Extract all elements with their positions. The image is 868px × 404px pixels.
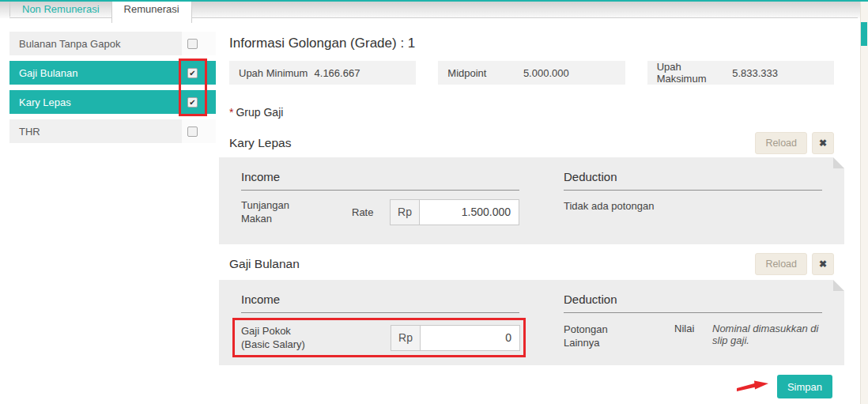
nilai-label: Nilai <box>674 323 712 349</box>
sidebar-item-checkbox-cell <box>182 32 216 55</box>
close-icon[interactable]: ✖ <box>812 132 834 154</box>
income-row-tunjangan-makan: Tunjangan Makan Rate Rp <box>241 198 542 225</box>
panel-gaji-bulanan: Income Gaji Pokok (Basic Salary) Rp Dedu… <box>219 280 844 365</box>
sidebar-item-label: Kary Lepas <box>9 90 182 114</box>
amount-input-group: Rp <box>391 325 520 351</box>
footer-actions: Simpan <box>219 375 832 398</box>
section-title: Gaji Bulanan <box>229 257 300 271</box>
deduction-item-label-line2: Lainnya <box>564 336 674 349</box>
amount-input-group: Rp <box>390 199 519 225</box>
sidebar-item-label: Gaji Bulanan <box>9 61 182 85</box>
grade-info-row: Upah Minimum 4.166.667 Midpoint 5.000.00… <box>229 61 834 85</box>
save-button[interactable]: Simpan <box>777 375 832 398</box>
info-label: Midpoint <box>447 67 523 79</box>
deduction-column: Deduction Tidak ada potongan <box>542 157 844 244</box>
info-value: 5.000.000 <box>523 67 569 79</box>
income-column: Income Gaji Pokok (Basic Salary) Rp <box>219 280 542 365</box>
income-item-label: Tunjangan Makan <box>241 198 352 225</box>
info-value: 5.833.333 <box>732 67 778 79</box>
section-title: Kary Lepas <box>229 136 291 150</box>
info-label: Upah Minimum <box>239 67 315 79</box>
required-asterisk: * <box>229 106 233 119</box>
checkbox-unchecked[interactable] <box>187 39 198 49</box>
deduction-heading: Deduction <box>564 293 822 313</box>
salary-group-sidebar: Bulanan Tanpa Gapok Gaji Bulanan ✔ Kary … <box>9 32 216 149</box>
main-content: Informasi Golongan (Grade) : 1 Upah Mini… <box>219 32 844 398</box>
gaji-pokok-amount-input[interactable] <box>420 325 520 351</box>
income-row-gaji-pokok-annotated: Gaji Pokok (Basic Salary) Rp <box>232 318 526 357</box>
scrollbar-thumb[interactable] <box>861 22 867 46</box>
income-item-label-line2: Makan <box>241 212 352 225</box>
income-item-label-line1: Gaji Pokok <box>241 324 391 338</box>
grade-info-title: Informasi Golongan (Grade) : 1 <box>229 36 844 51</box>
deduction-column: Deduction Potongan Lainnya Nilai Nominal… <box>542 280 844 365</box>
reload-button[interactable]: Reload <box>755 253 807 275</box>
deduction-item-label-line1: Potongan <box>564 323 674 336</box>
tab-remunerasi[interactable]: Remunerasi <box>111 1 192 23</box>
deduction-item-label: Potongan Lainnya <box>564 323 674 349</box>
checkbox-checked[interactable]: ✔ <box>187 97 198 108</box>
sidebar-item-thr[interactable]: THR <box>9 119 216 143</box>
income-item-label-line2: (Basic Salary) <box>241 338 391 351</box>
deduction-empty-text: Tidak ada potongan <box>564 200 822 212</box>
scrollbar-track[interactable] <box>860 0 868 404</box>
checkbox-checked[interactable]: ✔ <box>187 68 198 78</box>
sidebar-item-bulanan-tanpa-gapok[interactable]: Bulanan Tanpa Gapok <box>9 32 216 55</box>
sidebar-item-label: THR <box>9 119 182 143</box>
info-box-upah-minimum: Upah Minimum 4.166.667 <box>229 61 416 85</box>
sidebar-item-gaji-bulanan[interactable]: Gaji Bulanan ✔ <box>9 61 216 85</box>
deduction-heading: Deduction <box>564 170 822 191</box>
panel-kary-lepas: Income Tunjangan Makan Rate Rp Deduction… <box>219 157 844 244</box>
info-label: Upah Maksimum <box>657 61 733 85</box>
info-value: 4.166.667 <box>315 67 360 79</box>
section-buttons: Reload ✖ <box>755 253 834 275</box>
grup-gaji-text: Grup Gaji <box>236 106 283 119</box>
reload-button[interactable]: Reload <box>755 132 807 154</box>
tab-bar: Non Remunerasi Remunerasi <box>9 1 192 23</box>
tab-non-remunerasi[interactable]: Non Remunerasi <box>9 1 112 17</box>
sidebar-item-checkbox-cell: ✔ <box>182 61 216 85</box>
annotation-arrow-icon <box>736 379 771 394</box>
grup-gaji-label: *Grup Gaji <box>229 106 844 119</box>
sidebar-item-checkbox-cell <box>182 119 216 143</box>
section-header-gaji-bulanan: Gaji Bulanan Reload ✖ <box>229 253 834 275</box>
income-column: Income Tunjangan Makan Rate Rp <box>219 157 542 244</box>
accent-top-line <box>0 0 868 2</box>
info-box-midpoint: Midpoint 5.000.000 <box>438 61 625 85</box>
section-buttons: Reload ✖ <box>755 132 834 154</box>
income-heading: Income <box>241 170 519 191</box>
income-heading: Income <box>241 293 519 313</box>
income-item-label: Gaji Pokok (Basic Salary) <box>241 324 391 351</box>
checkbox-unchecked[interactable] <box>187 126 198 137</box>
section-header-kary-lepas: Kary Lepas Reload ✖ <box>229 132 834 154</box>
close-icon[interactable]: ✖ <box>812 253 834 275</box>
income-item-label-line1: Tunjangan <box>241 198 352 212</box>
currency-addon: Rp <box>390 199 419 225</box>
sidebar-item-checkbox-cell: ✔ <box>182 90 216 114</box>
sidebar-item-kary-lepas[interactable]: Kary Lepas ✔ <box>9 90 216 114</box>
currency-addon: Rp <box>391 325 420 351</box>
deduction-note: Nominal dimasukkan di slip gaji. <box>712 323 822 349</box>
sidebar-item-label: Bulanan Tanpa Gapok <box>9 32 182 55</box>
info-box-upah-maksimum: Upah Maksimum 5.833.333 <box>647 61 834 85</box>
tunjangan-makan-amount-input[interactable] <box>419 199 519 225</box>
deduction-row-potongan-lainnya: Potongan Lainnya Nilai Nominal dimasukka… <box>564 323 822 349</box>
rate-label: Rate <box>352 206 390 218</box>
